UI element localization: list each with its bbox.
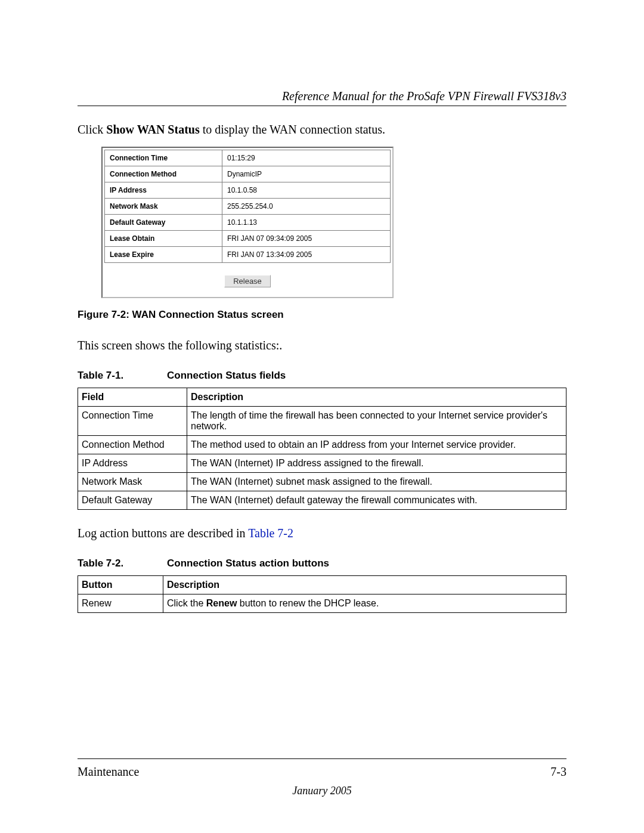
table2-desc-cell: Click the Renew button to renew the DHCP… [163, 594, 566, 613]
wan-row: Default Gateway10.1.1.13 [105, 215, 391, 231]
table1-row: Connection TimeThe length of time the fi… [78, 407, 566, 436]
table1-row: Connection MethodThe method used to obta… [78, 436, 566, 454]
wan-label: IP Address [105, 182, 222, 199]
header-rule [78, 106, 566, 106]
wan-row: Lease ExpireFRI JAN 07 13:34:09 2005 [105, 247, 391, 263]
stats-paragraph: This screen shows the following statisti… [78, 337, 566, 353]
footer-page-number: 7-3 [550, 765, 566, 779]
wan-row: IP Address10.1.0.58 [105, 182, 391, 199]
table1-field: IP Address [78, 454, 187, 473]
wan-status-table: Connection Time01:15:29 Connection Metho… [104, 150, 391, 263]
document-header: Reference Manual for the ProSafe VPN Fir… [78, 89, 566, 103]
table2-head-desc: Description [163, 576, 566, 594]
wan-label: Connection Method [105, 166, 222, 182]
wan-row: Connection MethodDynamicIP [105, 166, 391, 182]
log-paragraph: Log action buttons are described in Tabl… [78, 525, 566, 541]
table1-field: Connection Method [78, 436, 187, 454]
table1-head-row: Field Description [78, 388, 566, 407]
table1-caption: Table 7-1.Connection Status fields [78, 370, 566, 382]
table1-desc: The WAN (Internet) subnet mask assigned … [187, 473, 566, 491]
wan-value: FRI JAN 07 13:34:09 2005 [222, 247, 391, 263]
table1-field: Network Mask [78, 473, 187, 491]
wan-button-row: Release [104, 263, 391, 287]
table1-desc: The method used to obtain an IP address … [187, 436, 566, 454]
wan-label: Network Mask [105, 199, 222, 215]
wan-label: Lease Obtain [105, 231, 222, 247]
table1-number: Table 7-1. [78, 370, 167, 382]
log-prefix: Log action buttons are described in [78, 527, 248, 540]
table1-field: Connection Time [78, 407, 187, 436]
table1-field: Default Gateway [78, 491, 187, 510]
wan-value: FRI JAN 07 09:34:09 2005 [222, 231, 391, 247]
table2-button-cell: Renew [78, 594, 163, 613]
intro-prefix: Click [78, 123, 106, 136]
wan-label: Default Gateway [105, 215, 222, 231]
table-link[interactable]: Table 7-2 [248, 527, 293, 540]
footer-row: Maintenance 7-3 [78, 765, 566, 779]
table1: Field Description Connection TimeThe len… [78, 388, 566, 510]
t2-pre: Click the [167, 598, 206, 608]
figure-caption: Figure 7-2: WAN Connection Status screen [78, 309, 566, 321]
table2-row: Renew Click the Renew button to renew th… [78, 594, 566, 613]
release-button[interactable]: Release [224, 275, 271, 287]
table2-caption: Table 7-2.Connection Status action butto… [78, 558, 566, 569]
table1-head-field: Field [78, 388, 187, 407]
table1-row: Network MaskThe WAN (Internet) subnet ma… [78, 473, 566, 491]
wan-row: Network Mask255.255.254.0 [105, 199, 391, 215]
table1-row: IP AddressThe WAN (Internet) IP address … [78, 454, 566, 473]
wan-row: Lease ObtainFRI JAN 07 09:34:09 2005 [105, 231, 391, 247]
table1-desc: The WAN (Internet) default gateway the f… [187, 491, 566, 510]
wan-value: 10.1.1.13 [222, 215, 391, 231]
table1-head-desc: Description [187, 388, 566, 407]
table1-row: Default GatewayThe WAN (Internet) defaul… [78, 491, 566, 510]
wan-status-panel: Connection Time01:15:29 Connection Metho… [101, 147, 394, 298]
table2: Button Description Renew Click the Renew… [78, 575, 566, 613]
t2-bold: Renew [206, 598, 237, 608]
footer-rule [78, 758, 566, 759]
footer-section: Maintenance [78, 765, 139, 779]
page-footer: Maintenance 7-3 January 2005 [78, 758, 566, 797]
intro-suffix: to display the WAN connection status. [200, 123, 385, 136]
table1-desc: The WAN (Internet) IP address assigned t… [187, 454, 566, 473]
wan-label: Connection Time [105, 150, 222, 166]
intro-paragraph: Click Show WAN Status to display the WAN… [78, 122, 566, 137]
table2-head-row: Button Description [78, 576, 566, 594]
wan-value: 01:15:29 [222, 150, 391, 166]
table1-desc: The length of time the firewall has been… [187, 407, 566, 436]
wan-label: Lease Expire [105, 247, 222, 263]
table1-title: Connection Status fields [167, 370, 286, 381]
wan-value: 10.1.0.58 [222, 182, 391, 199]
intro-bold: Show WAN Status [106, 123, 199, 136]
table2-number: Table 7-2. [78, 558, 167, 569]
page: Reference Manual for the ProSafe VPN Fir… [0, 0, 644, 833]
wan-value: DynamicIP [222, 166, 391, 182]
footer-date: January 2005 [78, 785, 566, 797]
wan-value: 255.255.254.0 [222, 199, 391, 215]
t2-post: button to renew the DHCP lease. [237, 598, 379, 608]
table2-title: Connection Status action buttons [167, 558, 329, 569]
table2-head-button: Button [78, 576, 163, 594]
wan-row: Connection Time01:15:29 [105, 150, 391, 166]
